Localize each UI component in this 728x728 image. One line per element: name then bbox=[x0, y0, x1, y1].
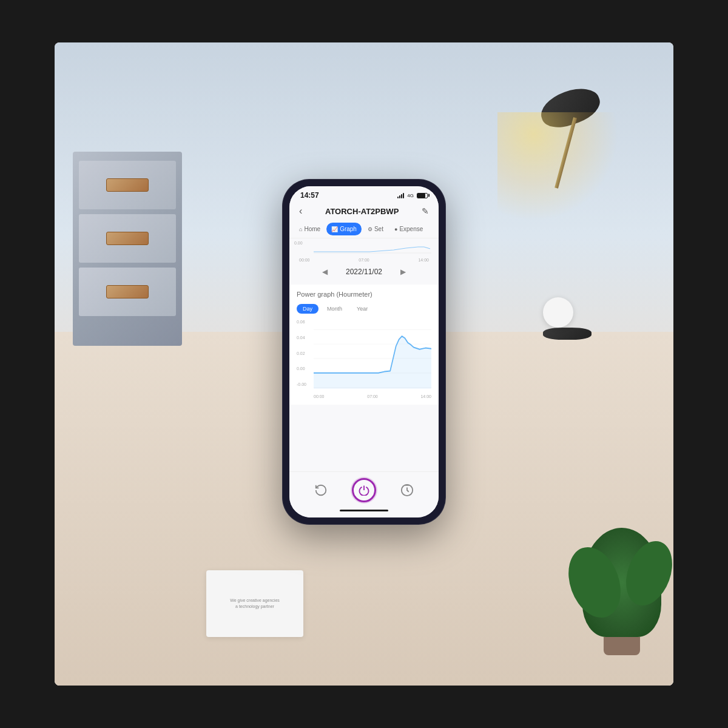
top-graph-svg bbox=[297, 241, 431, 254]
tab-set-label: Set bbox=[374, 226, 383, 232]
spacer bbox=[289, 405, 439, 471]
battery-fill bbox=[417, 194, 425, 198]
y-label-2: 0.00 bbox=[297, 366, 314, 371]
phone-screen: 14:57 4G bbox=[289, 186, 439, 517]
signal-bars bbox=[397, 192, 404, 198]
x-label-mid: 07:00 bbox=[359, 258, 369, 262]
app-title: ATORCH-AT2PBWP bbox=[325, 207, 399, 216]
tab-graph[interactable]: 📈 Graph bbox=[326, 223, 362, 235]
x-axis-labels: 00:00 07:00 14:00 bbox=[314, 394, 431, 399]
prev-date-button[interactable]: ◀ bbox=[322, 268, 328, 276]
outer-frame: We give creative agenciesa technology pa… bbox=[55, 42, 673, 686]
y-label-3: 0.02 bbox=[297, 351, 314, 356]
top-mini-graph: 0.00 00:00 07:00 14:00 bbox=[289, 238, 439, 263]
drawer-handle bbox=[106, 285, 149, 298]
status-bar: 14:57 4G bbox=[289, 186, 439, 202]
power-graph-section: Power graph (Hourmeter) Day Month Year 0… bbox=[289, 285, 439, 405]
desk-device bbox=[543, 297, 573, 328]
plant-pot bbox=[604, 637, 640, 655]
x-label-end: 14:00 bbox=[418, 258, 429, 262]
next-date-button[interactable]: ▶ bbox=[400, 268, 406, 276]
signal-bar-4 bbox=[403, 193, 404, 198]
power-ring bbox=[352, 478, 376, 502]
status-time: 14:57 bbox=[300, 191, 319, 200]
drawer-handle bbox=[106, 232, 149, 245]
cabinet-drawer-1 bbox=[79, 161, 176, 209]
bottom-navigation bbox=[289, 471, 439, 507]
top-graph-y-label: 0.00 bbox=[294, 241, 303, 245]
y-label-5: 0.06 bbox=[297, 320, 314, 324]
nav-reset-button[interactable] bbox=[312, 482, 329, 499]
tab-set[interactable]: ⚙ Set bbox=[363, 223, 388, 235]
signal-bar-2 bbox=[399, 195, 400, 198]
x-label-14: 14:00 bbox=[420, 394, 431, 399]
tab-home[interactable]: ⌂ Home bbox=[294, 223, 325, 235]
current-date: 2022/11/02 bbox=[346, 268, 382, 276]
status-icons: 4G bbox=[397, 192, 428, 198]
edit-button[interactable]: ✎ bbox=[422, 206, 429, 216]
plant bbox=[582, 528, 661, 649]
app-header: ‹ ATORCH-AT2PBWP ✎ bbox=[289, 202, 439, 220]
tab-home-label: Home bbox=[304, 226, 320, 232]
home-indicator bbox=[340, 510, 388, 511]
period-month-tab[interactable]: Month bbox=[321, 304, 348, 314]
phone-device: 14:57 4G bbox=[282, 179, 446, 525]
signal-bar-1 bbox=[397, 197, 399, 198]
home-indicator-area bbox=[289, 507, 439, 517]
period-tabs: Day Month Year bbox=[297, 304, 431, 314]
plant-leaves bbox=[582, 528, 661, 637]
power-chart: 0.06 0.04 0.02 0.00 -0.00 bbox=[297, 320, 431, 399]
back-button[interactable]: ‹ bbox=[299, 206, 302, 217]
cabinet-drawer-3 bbox=[79, 268, 176, 316]
network-type: 4G bbox=[407, 193, 414, 198]
tab-expense-label: Expense bbox=[399, 226, 423, 232]
drawer-handle bbox=[106, 178, 149, 192]
x-label-start: 00:00 bbox=[299, 258, 310, 262]
set-tab-icon: ⚙ bbox=[368, 226, 372, 232]
x-label-00: 00:00 bbox=[314, 394, 325, 399]
chart-svg bbox=[297, 320, 431, 399]
lamp-base bbox=[543, 328, 592, 340]
tab-graph-label: Graph bbox=[340, 226, 357, 232]
desk-book: We give creative agenciesa technology pa… bbox=[206, 570, 303, 637]
nav-timer-button[interactable] bbox=[399, 482, 416, 499]
expense-tab-icon: ● bbox=[394, 226, 397, 232]
period-day-tab[interactable]: Day bbox=[297, 304, 318, 314]
filing-cabinet bbox=[73, 152, 182, 346]
tab-bar: ⌂ Home 📈 Graph ⚙ Set ● bbox=[289, 220, 439, 238]
period-year-tab[interactable]: Year bbox=[351, 304, 374, 314]
y-label-4: 0.04 bbox=[297, 335, 314, 340]
timer-icon bbox=[399, 482, 416, 499]
signal-bar-3 bbox=[401, 194, 402, 198]
x-label-07: 07:00 bbox=[367, 394, 378, 399]
date-navigation: ◀ 2022/11/02 ▶ bbox=[289, 263, 439, 281]
home-tab-icon: ⌂ bbox=[299, 226, 302, 232]
phone-wrapper: 14:57 4G bbox=[282, 179, 446, 525]
cabinet-drawer-2 bbox=[79, 214, 176, 263]
y-axis-labels: 0.06 0.04 0.02 0.00 -0.00 bbox=[297, 320, 314, 386]
power-graph-title: Power graph (Hourmeter) bbox=[297, 291, 431, 298]
graph-tab-icon: 📈 bbox=[331, 226, 338, 232]
battery-icon bbox=[417, 193, 428, 198]
top-graph-x-labels: 00:00 07:00 14:00 bbox=[297, 258, 431, 262]
y-label-1: -0.00 bbox=[297, 382, 314, 386]
nav-power-button[interactable] bbox=[352, 478, 376, 502]
reset-icon bbox=[312, 482, 329, 499]
tab-expense[interactable]: ● Expense bbox=[389, 223, 428, 235]
